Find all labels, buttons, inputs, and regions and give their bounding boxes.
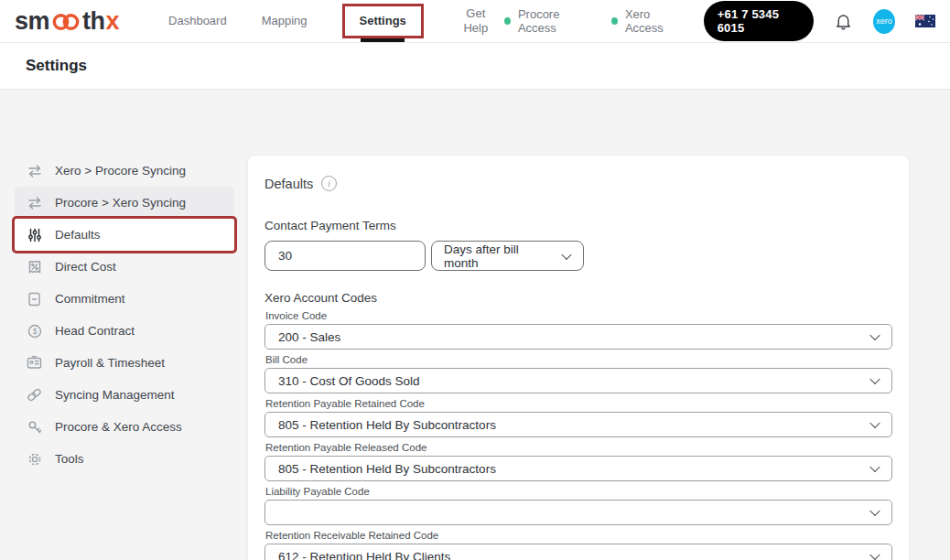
field-label: Retention Receivable Retained Code [265,530,892,541]
sidebar-item-head-contract[interactable]: $ Head Contract [15,315,234,347]
contact-payment-terms-label: Contact Payment Terms [264,219,892,232]
sidebar-item-syncing-management[interactable]: Syncing Management [15,379,234,411]
gear-icon [26,452,43,467]
swap-arrows-icon [26,196,43,210]
field-retention-payable-retained: Retention Payable Retained Code 805 - Re… [264,398,892,437]
card-title: Defaults [264,177,313,191]
nav-item-settings[interactable]: Settings [331,0,435,42]
bill-code-select[interactable]: 310 - Cost Of Goods Sold [264,368,892,393]
procore-status-dot-icon [504,17,511,25]
info-icon[interactable]: i [321,176,337,191]
sidebar-item-xero-procore-syncing[interactable]: Xero > Procore Syncing [15,155,234,187]
svg-text:$: $ [32,327,37,336]
xero-access-status: Xero Access [611,7,684,35]
sidebar-item-commitment[interactable]: Commitment [15,283,234,315]
australia-flag-icon[interactable] [915,15,935,27]
navbar-right-cluster: Procore Access Xero Access +61 7 5345 60… [504,0,935,42]
id-card-icon [26,356,43,370]
xero-status-label: Xero Access [625,7,684,35]
xero-status-dot-icon [611,17,618,25]
notifications-bell-icon[interactable] [834,12,853,31]
key-icon [26,420,43,435]
select-value: 612 - Retention Held By Clients [278,550,450,560]
sidebar-item-defaults[interactable]: Defaults [15,219,234,251]
xero-account-avatar[interactable]: xero [873,9,895,34]
field-label: Retention Payable Released Code [265,442,892,453]
sliders-icon [26,228,43,242]
sidebar-item-procore-xero-access[interactable]: Procore & Xero Access [15,411,234,443]
sidebar-item-label: Commitment [55,292,125,306]
sidebar-item-direct-cost[interactable]: Direct Cost [15,251,234,283]
field-label: Bill Code [265,354,892,365]
invoice-code-select[interactable]: 200 - Sales [264,324,892,350]
field-liability-payable: Liability Payable Code [264,486,892,525]
percent-receipt-icon [26,260,43,275]
logo-rings-icon [50,7,81,35]
sidebar-item-label: Tools [55,452,84,466]
logo-text-x: x [106,7,120,36]
sidebar-item-label: Procore & Xero Access [55,420,182,434]
retention-receivable-retained-select[interactable]: 612 - Retention Held By Clients [264,544,892,560]
document-icon [26,292,43,307]
liability-payable-select[interactable] [264,500,892,525]
retention-payable-retained-select[interactable]: 805 - Retention Held By Subcontractors [264,412,892,437]
sidebar-item-label: Defaults [55,228,101,242]
select-value: 805 - Retention Held By Subcontractors [278,462,496,476]
sidebar-item-label: Direct Cost [55,260,116,274]
sidebar-item-payroll-timesheet[interactable]: Payroll & Timesheet [15,347,234,379]
dollar-circle-icon: $ [26,324,43,339]
procore-status-label: Procore Access [518,7,591,35]
swap-arrows-icon [26,164,43,178]
annotation-highlight-settings: Settings [342,4,424,38]
payment-terms-unit-value: Days after bill month [444,242,556,270]
top-navbar: sm th x Dashboard Mapping Settings Get H… [0,0,950,43]
smoothx-logo[interactable]: sm th x [15,0,119,42]
field-invoice-code: Invoice Code 200 - Sales [264,310,892,350]
defaults-settings-card: Defaults i Contact Payment Terms Days af… [247,155,910,560]
field-label: Liability Payable Code [265,486,892,497]
sidebar-item-label: Xero > Procore Syncing [55,164,186,178]
page-title-bar: Settings [0,43,950,90]
select-value: 200 - Sales [278,330,340,344]
retention-payable-released-select[interactable]: 805 - Retention Held By Subcontractors [264,456,892,481]
sidebar-item-procore-xero-syncing[interactable]: Procore > Xero Syncing [15,187,234,219]
field-retention-payable-released: Retention Payable Released Code 805 - Re… [264,442,892,481]
logo-text-mid: th [82,7,104,36]
sidebar-item-label: Payroll & Timesheet [55,356,165,370]
page-title: Settings [26,57,87,75]
payment-terms-days-input[interactable] [264,241,426,271]
nav-item-dashboard[interactable]: Dashboard [157,0,238,42]
payment-terms-unit-select[interactable]: Days after bill month [431,241,584,271]
link-icon [26,387,43,403]
settings-sidebar: Xero > Procore Syncing Procore > Xero Sy… [0,155,247,560]
sidebar-item-label: Syncing Management [55,388,175,402]
xero-account-codes-heading: Xero Account Codes [264,291,892,305]
field-label: Invoice Code [265,310,892,321]
nav-item-get-help[interactable]: Get Help [448,0,504,42]
field-bill-code: Bill Code 310 - Cost Of Goods Sold [264,354,892,393]
procore-access-status: Procore Access [504,7,591,35]
nav-item-mapping[interactable]: Mapping [251,0,318,42]
field-label: Retention Payable Retained Code [265,398,892,409]
content-layout: Xero > Procore Syncing Procore > Xero Sy… [0,90,950,560]
select-value: 310 - Cost Of Goods Sold [278,374,420,388]
select-value: 805 - Retention Held By Subcontractors [278,418,496,432]
sidebar-item-label: Procore > Xero Syncing [55,196,186,210]
phone-number-badge[interactable]: +61 7 5345 6015 [704,1,814,41]
main-nav: Dashboard Mapping Settings Get Help [157,0,504,42]
sidebar-item-tools[interactable]: Tools [15,443,234,475]
sidebar-item-label: Head Contract [55,324,135,338]
field-retention-receivable-retained: Retention Receivable Retained Code 612 -… [264,530,892,560]
logo-text-left: sm [15,7,49,36]
